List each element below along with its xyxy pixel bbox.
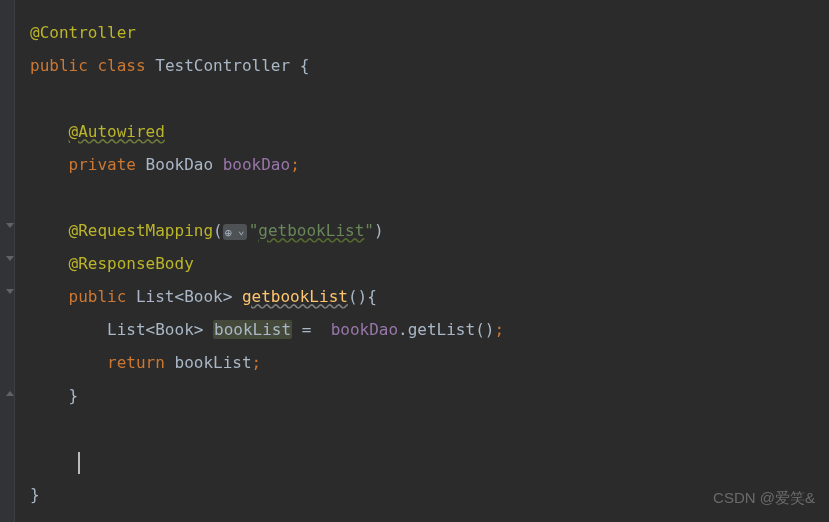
- fold-end-icon[interactable]: [5, 387, 15, 397]
- code-line: }: [30, 381, 829, 414]
- params: (){: [348, 287, 377, 306]
- fold-icon[interactable]: [5, 255, 15, 265]
- variable-highlighted: bookList: [213, 320, 292, 339]
- variable: bookList: [175, 353, 252, 372]
- code-line: [30, 414, 829, 447]
- globe-icon[interactable]: [223, 224, 247, 240]
- editor-gutter: [0, 0, 15, 522]
- code-line: public class TestController {: [30, 51, 829, 84]
- method-declaration: getbookList: [242, 287, 348, 306]
- fold-icon[interactable]: [5, 288, 15, 298]
- fold-icon[interactable]: [5, 222, 15, 232]
- semicolon: ;: [290, 155, 300, 174]
- type: BookDao: [146, 155, 213, 174]
- brace: {: [290, 56, 309, 75]
- keyword: public: [69, 287, 127, 306]
- dot: .: [398, 320, 408, 339]
- paren: (: [213, 221, 223, 240]
- code-line: private BookDao bookDao;: [30, 150, 829, 183]
- parens: (): [475, 320, 494, 339]
- semicolon: ;: [252, 353, 262, 372]
- annotation: @RequestMapping: [69, 221, 214, 240]
- code-line: return bookList;: [30, 348, 829, 381]
- code-line: List<Book> bookList = bookDao.getList();: [30, 315, 829, 348]
- brace: }: [69, 386, 79, 405]
- annotation: @Autowired: [69, 122, 165, 141]
- code-line: @RequestMapping("getbookList"): [30, 216, 829, 249]
- semicolon: ;: [494, 320, 504, 339]
- code-line: }: [30, 480, 829, 513]
- keyword: public: [30, 56, 88, 75]
- url-mapping: getbookList: [258, 221, 364, 240]
- method-call: getList: [408, 320, 475, 339]
- code-editor[interactable]: @Controller public class TestController …: [0, 0, 829, 513]
- code-line: @ResponseBody: [30, 249, 829, 282]
- field: bookDao: [223, 155, 290, 174]
- code-line: [30, 183, 829, 216]
- keyword: return: [107, 353, 165, 372]
- field-ref: bookDao: [331, 320, 398, 339]
- watermark: CSDN @爱笑&: [713, 484, 815, 513]
- keyword: class: [97, 56, 145, 75]
- code-line: [30, 447, 829, 480]
- code-line: [30, 84, 829, 117]
- brace: }: [30, 485, 40, 504]
- code-line: @Controller: [30, 18, 829, 51]
- code-line: public List<Book> getbookList(){: [30, 282, 829, 315]
- type: List<Book>: [107, 320, 203, 339]
- code-line: @Autowired: [30, 117, 829, 150]
- annotation: @Controller: [30, 23, 136, 42]
- return-type: List<Book>: [136, 287, 232, 306]
- text-cursor: [78, 452, 80, 474]
- paren: ): [374, 221, 384, 240]
- class-name: TestController: [155, 56, 290, 75]
- keyword: private: [69, 155, 136, 174]
- assign: =: [292, 320, 331, 339]
- string-quote: ": [249, 221, 259, 240]
- annotation: @ResponseBody: [69, 254, 194, 273]
- string-quote: ": [364, 221, 374, 240]
